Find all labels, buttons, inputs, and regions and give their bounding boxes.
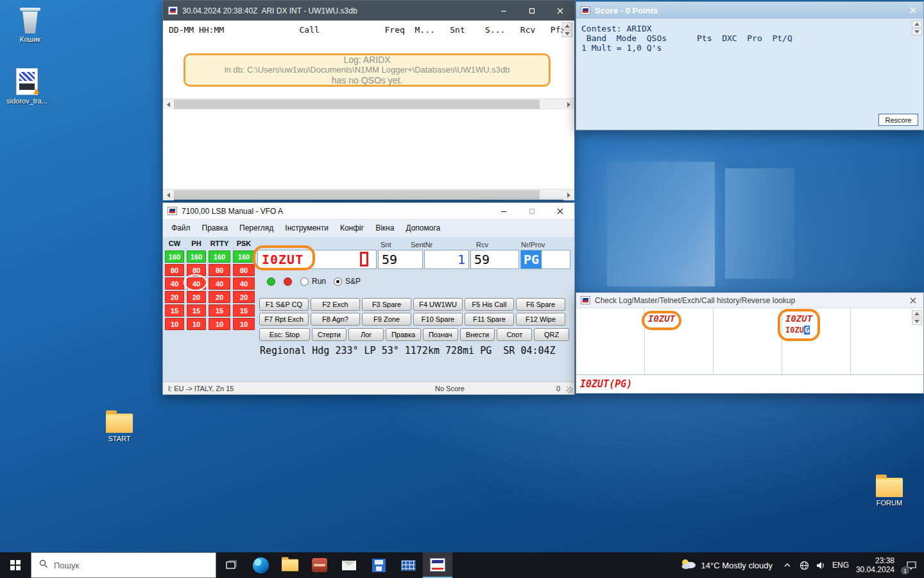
- menu-help[interactable]: Допомога: [400, 220, 446, 237]
- rcv-input[interactable]: 59: [470, 250, 519, 269]
- maximize-button[interactable]: [518, 1, 546, 21]
- band-button-cw-10[interactable]: 10: [165, 318, 184, 330]
- close-button[interactable]: [907, 4, 920, 16]
- band-button-cw-80[interactable]: 80: [165, 264, 184, 276]
- n1mm-taskbar-button[interactable]: [423, 552, 452, 578]
- menu-config[interactable]: Конфіг: [334, 220, 370, 237]
- check-scrollbar[interactable]: [912, 310, 922, 325]
- f9-button[interactable]: F9 Zone: [362, 313, 411, 326]
- edit-button[interactable]: Правка: [386, 328, 421, 341]
- speaker-icon[interactable]: [812, 552, 829, 578]
- scroll-right-icon[interactable]: [563, 99, 574, 110]
- store-button[interactable]: Внести: [460, 328, 495, 341]
- mark-button[interactable]: Познач: [423, 328, 458, 341]
- snt-input[interactable]: 59: [378, 250, 423, 269]
- f3-button[interactable]: F3 Spare: [362, 298, 411, 311]
- band-button-cw-15[interactable]: 15: [165, 304, 184, 317]
- menu-windows[interactable]: Вікна: [370, 220, 400, 237]
- network-icon[interactable]: [796, 552, 812, 578]
- rescore-button[interactable]: Rescore: [878, 114, 918, 126]
- band-button-cw-20[interactable]: 20: [165, 291, 184, 303]
- band-button-rtty-10[interactable]: 10: [209, 318, 230, 330]
- band-button-cw-160[interactable]: 160: [165, 250, 184, 263]
- scrollbar-thumb[interactable]: [174, 100, 540, 109]
- scroll-up-icon[interactable]: [912, 21, 922, 28]
- check-window-titlebar[interactable]: Check Log/Master/Telnet/Exch/Call histor…: [576, 293, 923, 308]
- run-radio[interactable]: [300, 277, 309, 286]
- band-button-rtty-40[interactable]: 40: [209, 277, 230, 290]
- desktop-icon-sidorov-file[interactable]: sidorov_tra...: [4, 67, 49, 105]
- scroll-down-icon[interactable]: [912, 28, 922, 35]
- band-button-psk-15[interactable]: 15: [233, 304, 255, 317]
- weather-widget[interactable]: 14°C Mostly cloudy: [674, 552, 779, 578]
- taskbar-clock[interactable]: 23:38 30.04.2024: [852, 552, 898, 578]
- band-button-rtty-20[interactable]: 20: [209, 291, 230, 303]
- band-button-ph-20[interactable]: 20: [187, 291, 206, 303]
- f6-button[interactable]: F6 Spare: [516, 298, 565, 311]
- f7-button[interactable]: F7 Rpt Exch: [259, 313, 309, 326]
- f5-button[interactable]: F5 His Call: [465, 298, 514, 311]
- scroll-left-icon[interactable]: [163, 99, 174, 110]
- f2-button[interactable]: F2 Exch: [311, 298, 360, 311]
- menu-tools[interactable]: Інструменти: [279, 220, 334, 237]
- sp-radio[interactable]: [334, 277, 342, 286]
- band-button-psk-40[interactable]: 40: [233, 277, 255, 290]
- band-button-cw-40[interactable]: 40: [165, 277, 184, 290]
- band-button-rtty-80[interactable]: 80: [209, 264, 230, 276]
- score-window-titlebar[interactable]: Score - 0 Points: [576, 2, 923, 19]
- band-button-ph-15[interactable]: 15: [187, 304, 206, 317]
- f12-button[interactable]: F12 Wipe: [516, 313, 565, 326]
- scrollbar-thumb[interactable]: [174, 190, 540, 200]
- taskbar-search-box[interactable]: Пошук: [31, 552, 216, 578]
- app-button-save[interactable]: [364, 552, 393, 578]
- band-button-ph-10[interactable]: 10: [187, 318, 206, 330]
- mail-button[interactable]: [334, 552, 364, 578]
- close-button[interactable]: [546, 203, 574, 220]
- sentnr-input[interactable]: 1: [424, 250, 469, 269]
- nrprov-input[interactable]: PG: [520, 250, 570, 269]
- scroll-up-icon[interactable]: [912, 310, 922, 317]
- f10-button[interactable]: F10 Spare: [413, 313, 463, 326]
- band-button-psk-10[interactable]: 10: [233, 318, 255, 330]
- file-explorer-button[interactable]: [275, 552, 305, 578]
- start-button[interactable]: [0, 552, 31, 578]
- desktop-icon-recycle-bin[interactable]: Кошик: [8, 5, 53, 43]
- scroll-left-icon[interactable]: [163, 189, 174, 200]
- log-vertical-scrollbar[interactable]: [562, 22, 572, 37]
- esc-stop-button[interactable]: Esc: Stop: [259, 328, 310, 341]
- minimize-button[interactable]: [490, 203, 518, 220]
- action-center-button[interactable]: 1: [898, 552, 924, 578]
- maximize-button[interactable]: [518, 203, 546, 220]
- horizontal-scrollbar[interactable]: [163, 189, 574, 200]
- language-indicator[interactable]: ENG: [829, 552, 852, 578]
- band-button-psk-20[interactable]: 20: [233, 291, 255, 303]
- f1-button[interactable]: F1 S&P CQ: [259, 298, 309, 311]
- scroll-right-icon[interactable]: [563, 189, 574, 200]
- app-button-grid[interactable]: [393, 552, 423, 578]
- menu-edit[interactable]: Правка: [196, 220, 234, 237]
- desktop-icon-forum-folder[interactable]: FORUM: [867, 469, 912, 507]
- horizontal-scrollbar[interactable]: [163, 98, 574, 109]
- edge-browser-button[interactable]: [246, 552, 275, 578]
- app-button-box[interactable]: [305, 552, 334, 578]
- spot-button[interactable]: Спот: [497, 328, 532, 341]
- task-view-button[interactable]: [216, 552, 246, 578]
- desktop-icon-start-folder[interactable]: START: [97, 405, 142, 442]
- f8-button[interactable]: F8 Agn?: [311, 313, 360, 326]
- resize-grip[interactable]: [567, 387, 573, 393]
- f11-button[interactable]: F11 Spare: [465, 313, 514, 326]
- minimize-button[interactable]: [490, 1, 518, 21]
- band-button-ph-160[interactable]: 160: [187, 250, 206, 263]
- band-button-rtty-15[interactable]: 15: [209, 304, 230, 317]
- close-button[interactable]: [907, 295, 920, 306]
- wipe-button[interactable]: Стерти: [312, 328, 347, 341]
- qrz-button[interactable]: QRZ: [534, 328, 569, 341]
- band-button-psk-80[interactable]: 80: [233, 264, 255, 276]
- log-button[interactable]: Лог: [348, 328, 384, 341]
- band-button-rtty-160[interactable]: 160: [209, 250, 230, 263]
- f4-button[interactable]: F4 UW1WU: [413, 298, 463, 311]
- menu-file[interactable]: Файл: [166, 220, 196, 237]
- band-button-psk-160[interactable]: 160: [233, 250, 255, 263]
- menu-view[interactable]: Перегляд: [234, 220, 279, 237]
- scroll-down-icon[interactable]: [562, 30, 572, 37]
